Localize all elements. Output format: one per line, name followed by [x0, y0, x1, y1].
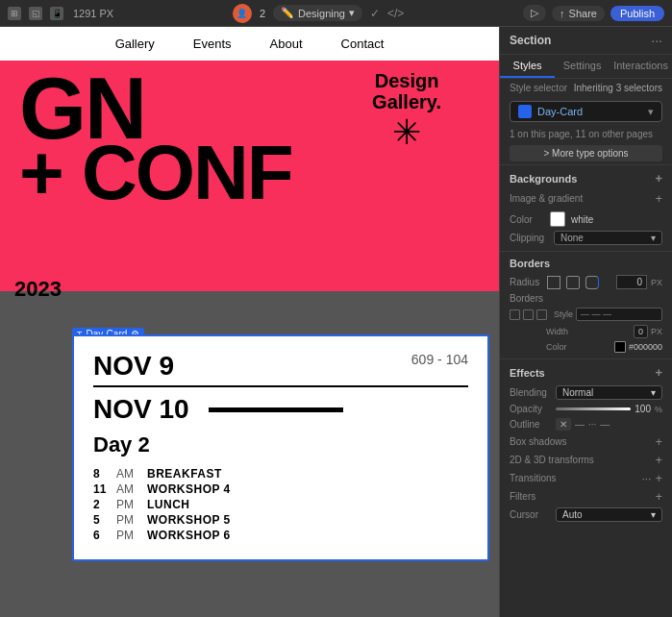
nav-about[interactable]: About	[270, 37, 303, 51]
play-button[interactable]: ▷	[523, 5, 546, 21]
designing-mode[interactable]: ✏️ Designing ▾	[273, 5, 362, 21]
opacity-slider[interactable]	[556, 407, 631, 410]
nav-gallery[interactable]: Gallery	[115, 37, 155, 51]
checkmark-icon: ✓	[370, 7, 380, 20]
event-1: WORKSHOP 4	[147, 482, 231, 496]
box-shadows-label: Box shadows	[510, 436, 566, 447]
topbar-right: ▷ ↑ Share Publish	[523, 5, 664, 21]
ampm-2: PM	[116, 498, 137, 511]
opacity-unit: %	[655, 405, 662, 414]
border-checkbox-3[interactable]	[536, 309, 547, 320]
site-hero: GN + CONF DesignGallery. ✳	[0, 61, 499, 291]
blending-dropdown[interactable]: Normal ▾	[556, 385, 662, 400]
backgrounds-title-text: Backgrounds	[510, 173, 577, 185]
outline-dash-2: ···	[588, 419, 596, 430]
radius-value[interactable]: 0	[616, 275, 647, 289]
clipping-value: None	[560, 233, 584, 243]
filters-add-icon[interactable]: +	[655, 489, 662, 504]
ampm-1: AM	[116, 482, 137, 496]
box-shadows-row: Box shadows +	[510, 434, 662, 449]
main-area: Gallery Events About Contact GN + CONF D…	[0, 27, 672, 617]
box-shadows-add-icon[interactable]: +	[655, 434, 662, 449]
tab-styles[interactable]: Styles	[500, 55, 555, 78]
share-button[interactable]: ↑ Share	[552, 6, 605, 21]
day-title: Day 2	[93, 432, 468, 457]
cursor-value: Auto	[562, 509, 583, 520]
color-sublabel: Color	[546, 342, 567, 352]
user-avatar: 👤	[233, 4, 252, 23]
style-dropdown[interactable]: Day-Card ▾	[510, 101, 662, 122]
nav-events[interactable]: Events	[193, 37, 232, 51]
canvas-px-label: 1291 PX	[73, 8, 113, 19]
border-checkbox-1[interactable]	[510, 309, 520, 320]
border-width-row: Width 0 PX	[510, 325, 662, 338]
time-1: 11	[93, 482, 107, 496]
transforms-add-icon[interactable]: +	[655, 453, 662, 467]
chevron-down-icon: ▾	[349, 7, 355, 19]
border-detail-row: Style — — —	[510, 308, 662, 321]
pages-info: 1 on this page, 11 on other pages	[500, 126, 672, 142]
section-title-text: Section	[510, 34, 551, 47]
outline-row: Outline ✕ — ··· —	[510, 418, 662, 431]
radius-icon-1	[547, 276, 560, 289]
dropdown-chevron-icon: ▾	[648, 106, 654, 118]
backgrounds-add-icon[interactable]: +	[655, 171, 662, 185]
nav-contact[interactable]: Contact	[341, 37, 385, 51]
clipping-chevron-icon: ▾	[651, 233, 656, 243]
clipping-dropdown[interactable]: None ▾	[554, 231, 662, 245]
window-icon-1: ⊞	[8, 7, 21, 20]
panel-section-header: Section ···	[500, 27, 672, 55]
nov10-label: NOV 10	[93, 395, 189, 425]
section-dots-icon[interactable]: ···	[651, 33, 662, 48]
star-icon: ✳	[372, 112, 441, 153]
blending-row: Blending Normal ▾	[510, 385, 662, 400]
border-style-dropdown[interactable]: — — —	[576, 308, 662, 321]
share-label: Share	[569, 8, 597, 19]
day-card[interactable]: NOV 9 609 - 104 NOV 10 Day 2 8 AM BREAKF…	[72, 334, 489, 561]
blending-label: Blending	[510, 387, 552, 398]
pencil-icon: ✏️	[281, 7, 294, 19]
borders-title: Borders	[510, 258, 662, 269]
border-checkbox-2[interactable]	[523, 309, 534, 320]
transitions-dots-icon[interactable]: ···	[641, 472, 651, 485]
color-label: Color	[510, 214, 544, 225]
outline-label: Outline	[510, 419, 552, 430]
outline-remove-icon[interactable]: ✕	[556, 418, 571, 431]
time-0: 8	[93, 467, 107, 481]
transitions-add-icon[interactable]: +	[655, 471, 662, 485]
borders-sublabel: Borders	[510, 293, 543, 304]
radius-row: Radius 0 PX	[510, 275, 662, 289]
time-2: 2	[93, 498, 107, 511]
width-unit: PX	[651, 327, 662, 336]
cursor-chevron-icon: ▾	[651, 509, 656, 520]
borders-label-row: Borders	[510, 293, 662, 304]
cursor-row: Cursor Auto ▾	[510, 507, 662, 522]
schedule-row-2: 2 PM LUNCH	[93, 498, 468, 511]
filters-row: Filters +	[510, 489, 662, 504]
tab-settings[interactable]: Settings	[555, 55, 610, 78]
canvas[interactable]: Gallery Events About Contact GN + CONF D…	[0, 27, 499, 617]
img-gradient-add-icon[interactable]: +	[655, 191, 662, 206]
tab-interactions[interactable]: Interactions	[610, 55, 672, 78]
blending-value: Normal	[562, 387, 593, 398]
divider-line	[93, 385, 468, 387]
window-icon-2: ◱	[29, 7, 42, 20]
effects-add-icon[interactable]: +	[655, 365, 662, 380]
cursor-dropdown[interactable]: Auto ▾	[556, 507, 662, 522]
tab-styles-label: Styles	[513, 60, 542, 71]
year-label: 2023	[14, 277, 62, 302]
topbar: ⊞ ◱ 📱 1291 PX 👤 2 ✏️ Designing ▾ ✓ </> ▷…	[0, 0, 672, 27]
opacity-label: Opacity	[510, 404, 552, 414]
transitions-row: Transitions ··· +	[510, 471, 662, 485]
schedule-row-4: 6 PM WORKSHOP 6	[93, 529, 468, 542]
publish-button[interactable]: Publish	[610, 6, 664, 21]
more-type-options-button[interactable]: > More type options	[510, 145, 662, 161]
radius-icon-3	[585, 276, 599, 289]
style-selector-label: Style selector	[510, 83, 567, 93]
radius-unit: PX	[651, 278, 662, 287]
border-color-swatch[interactable]	[614, 341, 626, 353]
color-swatch[interactable]	[550, 211, 565, 227]
style-dropdown-row: Day-Card ▾	[500, 97, 672, 126]
outline-dash-1: —	[575, 419, 585, 430]
brand-name: DesignGallery.	[372, 70, 441, 112]
